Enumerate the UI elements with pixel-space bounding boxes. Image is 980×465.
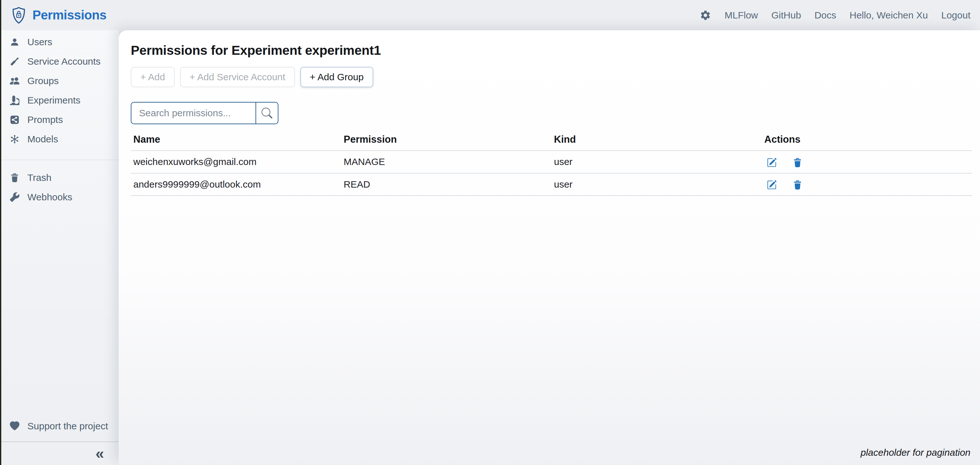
add-service-account-button[interactable]: + Add Service Account (180, 67, 295, 87)
add-group-button[interactable]: + Add Group (301, 67, 373, 87)
search-bar (131, 102, 972, 124)
sidebar-item-label: Service Accounts (27, 56, 100, 67)
sidebar-item-experiments[interactable]: Experiments (0, 91, 119, 110)
search-icon (261, 108, 272, 118)
header-nav: MLFlow GitHub Docs Hello, Weichen Xu Log… (700, 10, 970, 21)
sidebar-item-webhooks[interactable]: Webhooks (0, 187, 119, 207)
sidebar-item-label: Users (27, 37, 52, 48)
sidebar-footer: « (0, 442, 119, 465)
sidebar-item-label: Prompts (27, 114, 63, 125)
sidebar-item-label: Models (27, 134, 58, 145)
trash-icon (10, 173, 20, 183)
shield-lock-icon (11, 6, 26, 24)
cell-name: weichenxuworks@gmail.com (131, 151, 341, 173)
cell-actions (762, 173, 972, 196)
nav-greeting[interactable]: Hello, Weichen Xu (850, 10, 928, 21)
search-button[interactable] (256, 102, 278, 124)
column-header-kind: Kind (551, 133, 762, 151)
sidebar-item-trash[interactable]: Trash (0, 168, 119, 187)
pagination-placeholder: placeholder for pagination (861, 447, 970, 458)
sidebar-item-label: Webhooks (27, 192, 72, 203)
delete-trash-icon (792, 158, 802, 168)
add-button[interactable]: + Add (131, 67, 175, 87)
cell-kind: user (551, 151, 762, 173)
sidebar: Users Service Accounts Groups Experiment… (0, 30, 119, 465)
sidebar-divider (0, 160, 119, 160)
toolbar: + Add + Add Service Account + Add Group (131, 67, 972, 87)
nav-link-mlflow[interactable]: MLFlow (724, 10, 758, 21)
table-row: anders9999999@outlook.com READ user (131, 173, 972, 196)
edit-permission-button[interactable] (767, 158, 777, 168)
nav-link-github[interactable]: GitHub (771, 10, 801, 21)
column-header-name: Name (131, 133, 341, 151)
permissions-table: Name Permission Kind Actions weichenxuwo… (131, 133, 972, 196)
hub-icon (10, 134, 20, 144)
sidebar-item-label: Groups (27, 75, 59, 86)
sidebar-item-prompts[interactable]: Prompts (0, 110, 119, 129)
cell-kind: user (551, 173, 762, 196)
top-bar: Permissions MLFlow GitHub Docs Hello, We… (0, 0, 980, 30)
brand-logo[interactable]: Permissions (11, 6, 106, 24)
screwdriver-icon (10, 56, 20, 67)
nav-link-logout[interactable]: Logout (941, 10, 970, 21)
sidebar-item-users[interactable]: Users (0, 32, 119, 51)
cell-permission: READ (341, 173, 551, 196)
edit-pencil-square-icon (767, 180, 777, 190)
share-square-icon (10, 115, 20, 125)
sidebar-item-service-accounts[interactable]: Service Accounts (0, 51, 119, 71)
column-header-actions: Actions (762, 133, 972, 151)
cell-name: anders9999999@outlook.com (131, 173, 341, 196)
sidebar-item-support[interactable]: Support the project (0, 416, 119, 436)
page-title: Permissions for Experiment experiment1 (131, 43, 972, 58)
edit-permission-button[interactable] (767, 180, 777, 190)
edit-pencil-square-icon (767, 158, 777, 168)
delete-permission-button[interactable] (792, 158, 802, 168)
user-icon (10, 37, 20, 47)
microscope-icon (10, 95, 20, 105)
nav-link-docs[interactable]: Docs (815, 10, 836, 21)
content-card: Permissions for Experiment experiment1 +… (119, 30, 980, 465)
settings-gear-icon[interactable] (700, 10, 711, 21)
cell-permission: MANAGE (341, 151, 551, 173)
wrench-icon (10, 192, 20, 202)
table-header-row: Name Permission Kind Actions (131, 133, 972, 151)
sidebar-item-label: Support the project (27, 421, 108, 431)
sidebar-item-models[interactable]: Models (0, 129, 119, 149)
sidebar-collapse-button[interactable]: « (95, 446, 104, 461)
sidebar-item-label: Experiments (27, 95, 81, 106)
delete-permission-button[interactable] (792, 180, 802, 190)
search-input[interactable] (131, 102, 256, 124)
column-header-permission: Permission (341, 133, 551, 151)
cell-actions (762, 151, 972, 173)
heart-icon (10, 421, 20, 431)
people-icon (10, 76, 20, 86)
sidebar-spacer (0, 207, 119, 416)
brand-title: Permissions (32, 8, 106, 22)
table-row: weichenxuworks@gmail.com MANAGE user (131, 151, 972, 173)
delete-trash-icon (792, 180, 802, 190)
window-edge (0, 0, 1, 465)
sidebar-item-label: Trash (27, 172, 51, 183)
sidebar-item-groups[interactable]: Groups (0, 71, 119, 91)
